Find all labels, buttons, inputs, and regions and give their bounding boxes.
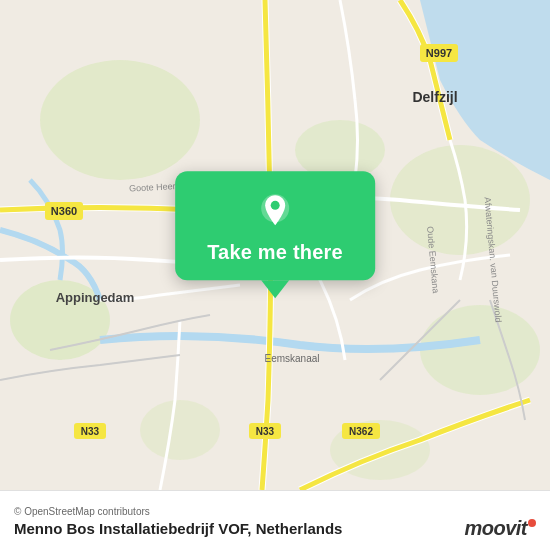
- moovit-brand-name: moovit: [464, 517, 527, 540]
- moovit-dot: [528, 519, 536, 527]
- moovit-logo: moovit: [464, 517, 536, 540]
- osm-attribution: © OpenStreetMap contributors: [14, 506, 536, 517]
- svg-text:N360: N360: [51, 205, 77, 217]
- popup-pointer: [261, 280, 289, 298]
- svg-text:N33: N33: [256, 426, 275, 437]
- footer: © OpenStreetMap contributors Menno Bos I…: [0, 490, 550, 550]
- svg-text:Delfzijl: Delfzijl: [412, 89, 457, 105]
- location-popup[interactable]: Take me there: [175, 171, 375, 298]
- svg-point-1: [40, 60, 200, 180]
- svg-text:N33: N33: [81, 426, 100, 437]
- svg-text:Eemskanaal: Eemskanaal: [264, 353, 319, 364]
- take-me-there-label: Take me there: [207, 241, 343, 264]
- svg-point-6: [140, 400, 220, 460]
- svg-text:N362: N362: [349, 426, 373, 437]
- svg-point-4: [420, 305, 540, 395]
- svg-text:Appingedam: Appingedam: [56, 290, 135, 305]
- svg-point-29: [270, 201, 279, 210]
- take-me-there-button[interactable]: Take me there: [175, 171, 375, 280]
- svg-text:N997: N997: [426, 47, 452, 59]
- location-pin-icon: [253, 189, 297, 233]
- location-title: Menno Bos Installatiebedrijf VOF, Nether…: [14, 520, 536, 537]
- map-area: N997 N360 N360 N33 N33 N33 N362 Delfzijl…: [0, 0, 550, 490]
